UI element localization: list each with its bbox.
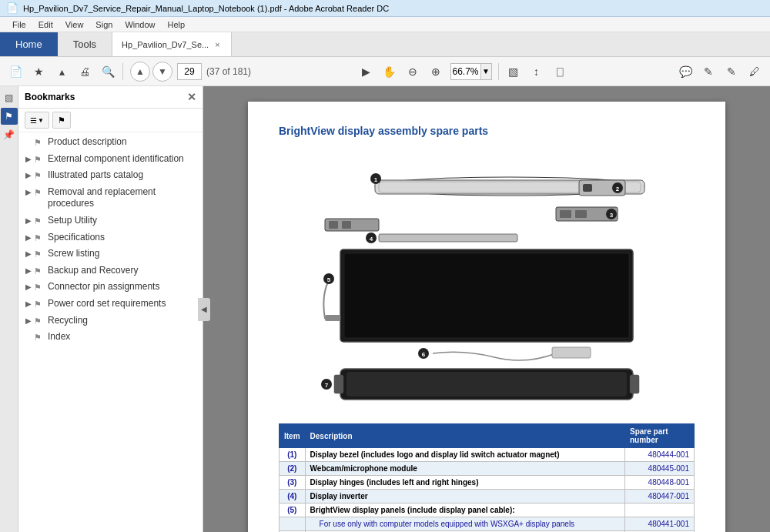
toolbar: 📄 ★ ▴ 🖨 🔍 ▲ ▼ (37 of 181) ▶ ✋ ⊖ ⊕ ▼ ▧ ↕ … [0,57,770,86]
bookmark-illustrated-parts[interactable]: ▶ ⚑ Illustrated parts catalog [18,167,203,184]
part-num [625,504,695,517]
table-row: For use only with computer models equipp… [280,517,695,531]
svg-text:1: 1 [374,176,378,183]
item-desc: Display hinges (includes left and right … [305,476,624,490]
bookmark-backup-recovery[interactable]: ▶ ⚑ Backup and Recovery [18,263,203,279]
svg-rect-16 [342,221,351,229]
table-row: (5) BrightView display panels (include d… [280,504,695,517]
item-num: (1) [280,448,306,462]
tab-close-button[interactable]: × [213,40,221,49]
pen-btn[interactable]: ✎ [698,61,719,82]
bookmark-setup-utility[interactable]: ▶ ⚑ Setup Utility [18,212,203,229]
svg-rect-17 [379,234,517,242]
tab-doc-label: Hp_Pavilion_Dv7_Se... [122,40,209,49]
bookmark-connector-pin[interactable]: ▶ ⚑ Connector pin assignments [18,279,203,296]
icon-bookmarks[interactable]: ⚑ [1,108,18,125]
bookmark-icon: ⚑ [34,136,45,148]
print-btn[interactable]: 🖨 [74,61,95,82]
item-num: (3) [280,476,306,490]
hand-tool-btn[interactable]: ✋ [379,61,400,82]
desc-text: Display inverter [310,492,368,500]
menu-sign[interactable]: Sign [89,17,119,32]
expand-icon: ▶ [23,265,34,276]
zoom-out-btn[interactable]: ⊖ [402,61,424,82]
svg-rect-10 [560,210,571,218]
svg-rect-21 [344,253,629,338]
tab-document[interactable]: Hp_Pavilion_Dv7_Se... × [112,32,232,56]
zoom-dropdown[interactable]: ▼ [481,63,492,80]
bookmark-label: Connector pin assignments [48,281,198,293]
bookmark-specifications[interactable]: ▶ ⚑ Specifications [18,229,203,246]
scroll-btn[interactable]: ↕ [526,61,547,82]
icon-page-thumbnails[interactable]: ▧ [1,89,18,106]
bookmark-removal-replacement[interactable]: ▶ ⚑ Removal and replacement procedures [18,184,203,212]
bookmark-product-desc[interactable]: ⚑ Product description [18,134,203,151]
col-part-header: Spare part number [625,424,695,448]
tab-bar: Home Tools Hp_Pavilion_Dv7_Se... × [0,32,770,57]
svg-text:7: 7 [325,382,329,389]
icon-attachments[interactable]: 📌 [1,126,18,143]
bookmark-label: Backup and Recovery [48,265,198,277]
bookmark-icon: ⚑ [34,315,45,326]
page-number-input[interactable] [177,63,202,80]
table-row: (4) Display inverter 480447-001 [280,490,695,504]
table-row: (1) Display bezel (includes logo and dis… [280,448,695,462]
prev-page-btn[interactable]: ▲ [130,62,150,82]
bookmark-external-comp[interactable]: ▶ ⚑ External component identification [18,151,203,168]
part-num: 480448-001 [625,476,695,490]
menu-edit[interactable]: Edit [32,17,59,32]
expand-icon: ▶ [23,232,34,243]
bookmark-recycling[interactable]: ▶ ⚑ Recycling [18,313,203,330]
cursor-select-btn[interactable]: ▶ [356,61,377,82]
close-bookmarks-btn[interactable]: ✕ [187,91,196,103]
svg-rect-15 [329,221,338,229]
comment-btn[interactable]: 💬 [675,61,696,82]
svg-text:3: 3 [610,212,614,219]
bookmark-label: Specifications [48,232,198,244]
next-page-btn[interactable]: ▼ [152,62,172,82]
svg-rect-31 [630,375,639,393]
menu-window[interactable]: Window [119,17,161,32]
part-num: 480444-001 [625,448,695,462]
menu-help[interactable]: Help [162,17,192,32]
menu-file[interactable]: File [6,17,32,32]
keyboard-btn[interactable]: ⎕ [549,61,571,82]
desc-text: BrightView display panels (include displ… [310,506,515,514]
zoom-in-btn[interactable]: ⊕ [425,61,447,82]
desc-text: Webcam/microphone module [310,464,417,473]
expand-icon: ▶ [23,298,34,309]
zoom-input[interactable] [450,63,481,80]
part-num: 480447-001 [625,490,695,504]
part-num: 480441-001 [625,517,695,531]
desc-text: Display hinges (includes left and right … [310,478,479,487]
item-num: (5) [280,504,306,517]
bookmark-btn[interactable]: ★ [28,61,49,82]
highlight-btn[interactable]: ✎ [721,61,742,82]
fit-page-btn[interactable]: ▧ [503,61,524,82]
bookmark-label: Product description [48,136,198,149]
bookmark-label: Setup Utility [48,215,198,227]
svg-rect-11 [575,210,587,218]
pdf-content-area[interactable]: BrightView display assembly spare parts … [203,86,770,532]
bookmark-options-btn[interactable]: ☰ ▼ [25,112,49,129]
share-btn[interactable]: ▴ [51,61,72,82]
bookmark-power-cord[interactable]: ▶ ⚑ Power cord set requirements [18,296,203,313]
menu-view[interactable]: View [59,17,90,32]
item-desc: Display bezel (includes logo and display… [305,448,624,462]
bookmark-index[interactable]: ⚑ Index [18,329,203,346]
bookmark-screw-listing[interactable]: ▶ ⚑ Screw listing [18,246,203,263]
tab-home[interactable]: Home [0,32,58,56]
bookmark-tag-btn[interactable]: ⚑ [52,112,71,129]
separator-2 [498,63,499,80]
page-title: BrightView display assembly spare parts [279,125,695,137]
tab-tools[interactable]: Tools [58,32,112,56]
bookmark-icon: ⚑ [34,186,45,198]
expand-icon: ▶ [23,153,34,164]
page-total: (37 of 181) [206,66,251,77]
item-desc: Display inverter [305,490,624,504]
collapse-panel-btn[interactable]: ◀ [198,298,210,321]
signature-btn[interactable]: 🖊 [744,61,765,82]
bookmark-icon: ⚑ [34,298,45,309]
create-btn[interactable]: 📄 [5,61,26,82]
search-btn[interactable]: 🔍 [97,61,119,82]
